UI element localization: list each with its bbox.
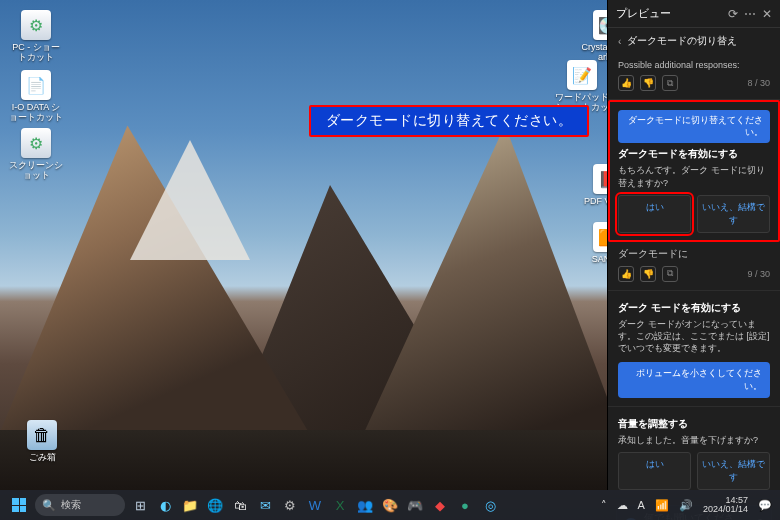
tray-ime-icon[interactable]: A <box>636 499 647 511</box>
recycle-bin[interactable]: ごみ箱 <box>14 420 70 462</box>
copy-button-2[interactable]: ⧉ <box>662 266 678 282</box>
screenshot-folder-label: スクリーンショット <box>8 160 64 181</box>
assistant-response-2-section: ダーク モードを有効にする ダーク モードがオンになっています。この設定は、ここ… <box>608 291 780 407</box>
desktop-icon-iodata-shortcut[interactable]: I-O DATA ショートカット <box>8 70 64 123</box>
no-button[interactable]: いいえ、結構です <box>697 195 770 233</box>
taskbar-edge[interactable]: 🌐 <box>203 494 227 516</box>
thumbs-down-button-2[interactable]: 👎 <box>640 266 656 282</box>
windows-logo-icon <box>12 498 26 512</box>
response-counter-2: 9 / 30 <box>747 269 770 279</box>
taskbar-task-view[interactable]: ⊞ <box>128 494 152 516</box>
pc-shortcut-label: PC - ショートカット <box>8 42 64 63</box>
taskbar-paint[interactable]: 🎨 <box>378 494 402 516</box>
notifications-icon[interactable]: 💬 <box>756 499 774 512</box>
taskbar-store[interactable]: 🛍 <box>228 494 252 516</box>
possible-responses-label: Possible additional responses: <box>618 60 770 70</box>
taskbar-app-b[interactable]: ◆ <box>428 494 452 516</box>
breadcrumb-label: ダークモードの切り替え <box>627 34 737 48</box>
response-3-title: 音量を調整する <box>618 417 770 431</box>
thumbs-down-button[interactable]: 👎 <box>640 75 656 91</box>
recycle-bin-icon <box>27 420 57 450</box>
recycle-bin-label: ごみ箱 <box>29 452 56 462</box>
panel-header: プレビュー ⟳ ⋯ ✕ <box>608 0 780 28</box>
response-3-body: 承知しました。音量を下げますか? <box>618 434 770 446</box>
response-1-title: ダークモードを有効にする <box>618 147 770 161</box>
tray-volume-icon[interactable]: 🔊 <box>677 499 695 512</box>
taskbar-excel[interactable]: X <box>328 494 352 516</box>
thumbs-up-button[interactable]: 👍 <box>618 75 634 91</box>
breadcrumb[interactable]: ダークモードの切り替え <box>608 28 780 54</box>
close-icon[interactable]: ✕ <box>762 8 772 20</box>
yes-button-2[interactable]: はい <box>618 452 691 490</box>
tray-chevron-icon[interactable]: ˄ <box>599 499 609 512</box>
copilot-panel: プレビュー ⟳ ⋯ ✕ ダークモードの切り替え Possible additio… <box>607 0 780 490</box>
copy-button[interactable]: ⧉ <box>662 75 678 91</box>
suggestion-chip[interactable]: ボリュームを小さくしてください。 <box>618 362 770 398</box>
feedback-row-2: 👍 👎 ⧉ 9 / 30 <box>618 266 770 282</box>
assistant-response-3-section: 音量を調整する 承知しました。音量を下げますか? はい いいえ、結構です <box>608 407 780 498</box>
start-button[interactable] <box>6 494 32 516</box>
yes-button[interactable]: はい <box>618 195 691 233</box>
taskbar-mail[interactable]: ✉ <box>253 494 277 516</box>
panel-title: プレビュー <box>616 6 722 21</box>
response-counter-1: 8 / 30 <box>747 78 770 88</box>
clock-date: 2024/01/14 <box>703 505 748 514</box>
iodata-shortcut-icon <box>21 70 51 100</box>
taskbar-discord[interactable]: 🎮 <box>403 494 427 516</box>
more-icon[interactable]: ⋯ <box>744 8 756 20</box>
possible-responses-section: Possible additional responses: 👍 👎 ⧉ 8 /… <box>608 54 780 100</box>
taskbar-teams[interactable]: 👥 <box>353 494 377 516</box>
thumbs-up-button-2[interactable]: 👍 <box>618 266 634 282</box>
tray-wifi-icon[interactable]: 📶 <box>653 499 671 512</box>
pc-shortcut-icon <box>21 10 51 40</box>
taskbar: 🔍 検索 ⊞◐📁🌐🛍✉⚙WX👥🎨🎮◆●◎ ˄ ☁ A 📶 🔊 14:57 202… <box>0 490 780 520</box>
search-placeholder: 検索 <box>61 498 81 512</box>
iodata-shortcut-label: I-O DATA ショートカット <box>8 102 64 123</box>
short-response-section: ダークモードに 👍 👎 ⧉ 9 / 30 <box>608 242 780 291</box>
taskbar-widgets[interactable]: ◐ <box>153 494 177 516</box>
taskbar-word[interactable]: W <box>303 494 327 516</box>
taskbar-settings[interactable]: ⚙ <box>278 494 302 516</box>
refresh-icon[interactable]: ⟳ <box>728 8 738 20</box>
desktop-icon-screenshot-folder[interactable]: スクリーンショット <box>8 128 64 181</box>
search-icon: 🔍 <box>42 499 56 512</box>
taskbar-app-c[interactable]: ● <box>453 494 477 516</box>
screenshot-folder-icon <box>21 128 51 158</box>
tray-onedrive-icon[interactable]: ☁ <box>615 499 630 512</box>
desktop-icon-pc-shortcut[interactable]: PC - ショートカット <box>8 10 64 63</box>
system-tray: ˄ ☁ A 📶 🔊 14:57 2024/01/14 💬 <box>599 496 774 515</box>
instruction-text: ダークモードに切り替えてください。 <box>326 112 573 130</box>
assistant-response-1: ダークモードを有効にする もちろんです。ダーク モードに切り替えますか? はい … <box>618 147 770 232</box>
feedback-row-1: 👍 👎 ⧉ 8 / 30 <box>618 75 770 91</box>
short-response-text: ダークモードに <box>618 248 770 261</box>
response-1-body: もちろんです。ダーク モードに切り替えますか? <box>618 164 770 188</box>
response-2-body: ダーク モードがオンになっています。この設定は、ここでまたは [設定] でいつで… <box>618 318 770 354</box>
taskbar-copilot[interactable]: ◎ <box>478 494 502 516</box>
no-button-2[interactable]: いいえ、結構です <box>697 452 770 490</box>
taskbar-search[interactable]: 🔍 検索 <box>35 494 125 516</box>
user-message-chip: ダークモードに切り替えてください。 <box>618 110 770 143</box>
highlighted-exchange: ダークモードに切り替えてください。 ダークモードを有効にする もちろんです。ダー… <box>608 100 780 242</box>
wordpad-shortcut-icon <box>567 60 597 90</box>
taskbar-explorer[interactable]: 📁 <box>178 494 202 516</box>
response-2-title: ダーク モードを有効にする <box>618 301 770 315</box>
taskbar-clock[interactable]: 14:57 2024/01/14 <box>701 496 750 515</box>
instruction-callout: ダークモードに切り替えてください。 <box>309 105 589 137</box>
